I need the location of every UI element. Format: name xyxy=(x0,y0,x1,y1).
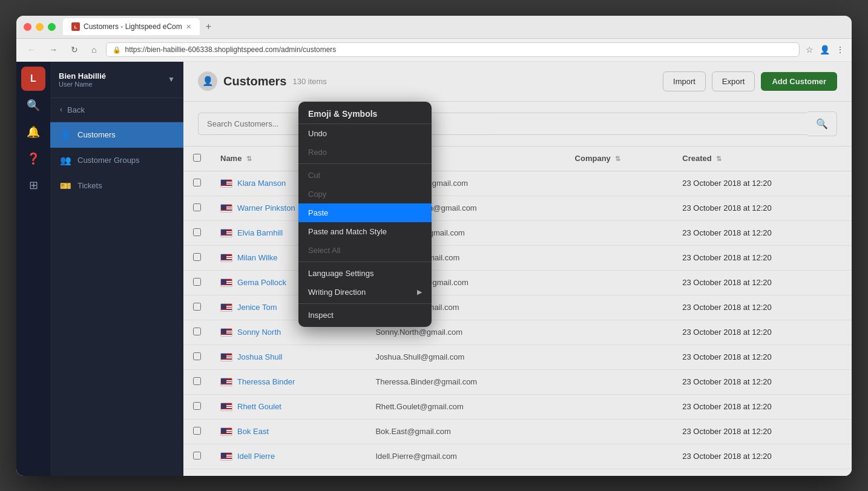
customer-name-link[interactable]: Milan Wilke xyxy=(237,253,277,262)
customer-name-link[interactable]: Klara Manson xyxy=(237,179,286,188)
row-checkbox-cell[interactable] xyxy=(183,320,211,344)
row-checkbox-cell[interactable] xyxy=(183,245,211,270)
sidebar-icon-grid[interactable]: ⊞ xyxy=(21,173,45,197)
row-checkbox[interactable] xyxy=(193,452,201,460)
row-checkbox-cell[interactable] xyxy=(183,469,211,476)
col-created[interactable]: Created ⇅ xyxy=(672,147,852,171)
maximize-button[interactable] xyxy=(48,23,56,31)
customer-name-link[interactable]: Warner Pinkston xyxy=(237,203,295,213)
sidebar-item-customers[interactable]: 👤 Customers xyxy=(50,122,183,148)
sidebar-icon-notifications[interactable]: 🔔 xyxy=(21,120,45,144)
forward-button[interactable]: → xyxy=(45,44,61,56)
back-label: Back xyxy=(67,105,85,114)
select-all-header[interactable] xyxy=(183,147,211,171)
customer-name-link[interactable]: Sonny North xyxy=(237,328,281,337)
row-checkbox[interactable] xyxy=(193,303,201,311)
account-icon[interactable]: 👤 xyxy=(820,45,830,54)
row-checkbox-cell[interactable] xyxy=(183,344,211,369)
row-checkbox[interactable] xyxy=(193,228,201,236)
customer-name-link[interactable]: Idell Pierre xyxy=(237,452,275,461)
customer-name-link[interactable]: Joshua Shull xyxy=(237,352,282,361)
col-company[interactable]: Company ⇅ xyxy=(565,147,673,171)
ctx-paste-match[interactable]: Paste and Match Style xyxy=(298,222,432,241)
customer-name-link[interactable]: Gema Pollock xyxy=(237,278,286,287)
row-checkbox[interactable] xyxy=(193,427,201,435)
ctx-separator-2 xyxy=(298,262,432,262)
import-button[interactable]: Import xyxy=(663,71,706,91)
row-checkbox-cell[interactable] xyxy=(183,171,211,196)
row-checkbox[interactable] xyxy=(193,179,201,186)
sidebar-item-customer-groups[interactable]: 👥 Customer Groups xyxy=(50,148,183,173)
export-button[interactable]: Export xyxy=(712,71,755,91)
row-email-cell: Hee.Barbosa@gmail.com xyxy=(366,469,565,476)
new-tab-button[interactable]: + xyxy=(202,21,215,32)
add-customer-button[interactable]: Add Customer xyxy=(761,72,837,91)
tab-title: Customers - Lightspeed eCom xyxy=(84,22,182,31)
url-bar[interactable]: 🔒 https://bien-habillie-606338.shoplight… xyxy=(106,42,800,57)
reload-button[interactable]: ↻ xyxy=(67,44,82,56)
ctx-emoji-header[interactable]: Emoji & Symbols xyxy=(298,104,432,124)
row-checkbox-cell[interactable] xyxy=(183,196,211,220)
ctx-inspect[interactable]: Inspect xyxy=(298,306,432,325)
select-all-checkbox[interactable] xyxy=(193,154,201,162)
customer-name-link[interactable]: Jenice Tom xyxy=(237,303,277,312)
search-input[interactable] xyxy=(198,113,807,135)
row-checkbox[interactable] xyxy=(193,253,201,261)
ctx-undo[interactable]: Undo xyxy=(298,124,432,143)
row-company-cell xyxy=(565,394,673,419)
row-checkbox-cell[interactable] xyxy=(183,394,211,419)
sidebar-icon-search[interactable]: 🔍 xyxy=(21,93,45,117)
row-company-cell xyxy=(565,295,673,320)
flag-icon xyxy=(220,353,232,361)
row-checkbox[interactable] xyxy=(193,328,201,335)
sidebar-item-tickets[interactable]: 🎫 Tickets xyxy=(50,173,183,199)
search-button[interactable]: 🔍 xyxy=(807,111,837,136)
row-name-cell: Bok East xyxy=(211,419,366,444)
customer-name-link[interactable]: Bok East xyxy=(237,427,269,436)
row-checkbox-cell[interactable] xyxy=(183,220,211,245)
row-checkbox-cell[interactable] xyxy=(183,295,211,320)
table-header-row: Name ⇅ Email ⇅ Company ⇅ Created ⇅ xyxy=(183,147,852,171)
row-created-cell: 23 October 2018 at 12:20 xyxy=(672,196,852,220)
row-checkbox-cell[interactable] xyxy=(183,270,211,295)
close-button[interactable] xyxy=(24,23,31,31)
sidebar-icon-logo[interactable]: L xyxy=(21,67,45,91)
brand-name: Bien Habillié xyxy=(59,71,106,81)
ctx-paste[interactable]: Paste xyxy=(298,203,432,222)
row-checkbox-cell[interactable] xyxy=(183,369,211,394)
ctx-separator-3 xyxy=(298,303,432,304)
sidebar-icon-help[interactable]: ❓ xyxy=(21,147,45,171)
sidebar-dropdown-icon[interactable]: ▼ xyxy=(168,75,175,84)
row-checkbox-cell[interactable] xyxy=(183,444,211,469)
ctx-writing-direction[interactable]: Writing Direction ▶ xyxy=(298,283,432,302)
ctx-language[interactable]: Language Settings xyxy=(298,264,432,283)
table-row: Rhett Goulet Rhett.Goulet@gmail.com 23 O… xyxy=(183,394,852,419)
ctx-writing-arrow-icon: ▶ xyxy=(417,288,422,296)
row-company-cell xyxy=(565,469,673,476)
table-row: Hee Barbosa Hee.Barbosa@gmail.com 23 Oct… xyxy=(183,469,852,476)
row-created-cell: 23 October 2018 at 12:20 xyxy=(672,270,852,295)
back-button[interactable]: ← xyxy=(24,44,39,56)
row-email-cell: Rhett.Goulet@gmail.com xyxy=(366,394,565,419)
row-checkbox[interactable] xyxy=(193,278,201,286)
row-checkbox[interactable] xyxy=(193,402,201,410)
ctx-writing-direction-label: Writing Direction xyxy=(308,288,366,297)
tab-close-icon[interactable]: ✕ xyxy=(186,23,191,31)
ctx-select-all: Select All xyxy=(298,241,432,260)
row-checkbox[interactable] xyxy=(193,377,201,385)
sidebar-back-button[interactable]: ‹ Back xyxy=(50,98,183,122)
customer-name-link[interactable]: Theressa Binder xyxy=(237,377,295,386)
customer-name-link[interactable]: Rhett Goulet xyxy=(237,402,281,411)
home-button[interactable]: ⌂ xyxy=(88,44,100,56)
row-created-cell: 23 October 2018 at 12:20 xyxy=(672,369,852,394)
row-checkbox[interactable] xyxy=(193,203,201,211)
ctx-separator-1 xyxy=(298,163,432,164)
customer-name-link[interactable]: Elvia Barnhill xyxy=(237,228,283,237)
minimize-button[interactable] xyxy=(36,23,44,31)
bookmark-icon[interactable]: ☆ xyxy=(806,45,814,54)
menu-icon[interactable]: ⋮ xyxy=(836,45,844,54)
row-checkbox-cell[interactable] xyxy=(183,419,211,444)
created-sort-icon: ⇅ xyxy=(716,155,722,162)
row-checkbox[interactable] xyxy=(193,352,201,360)
active-tab[interactable]: L Customers - Lightspeed eCom ✕ xyxy=(63,18,200,35)
